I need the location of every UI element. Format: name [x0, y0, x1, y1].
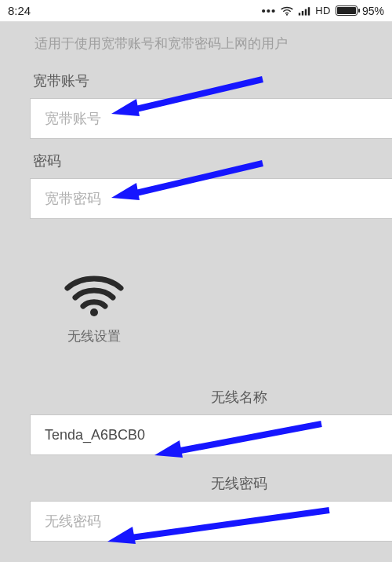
hd-indicator: HD: [315, 5, 331, 16]
hint-text: 适用于使用宽带账号和宽带密码上网的用户: [0, 27, 392, 59]
more-dots-icon: •••: [261, 4, 276, 17]
broadband-account-label: 宽带账号: [0, 67, 392, 98]
broadband-account-input[interactable]: [45, 111, 378, 127]
signal-icon: [298, 6, 310, 16]
wifi-status-icon: [281, 6, 293, 16]
wifi-icon: [63, 276, 125, 316]
status-time: 8:24: [8, 4, 31, 17]
wifi-section-label: 无线设置: [67, 327, 121, 345]
broadband-password-input[interactable]: [45, 191, 378, 207]
battery-percent: 95%: [362, 5, 384, 17]
broadband-account-input-wrap[interactable]: [30, 98, 392, 139]
wifi-settings-section: 无线设置: [0, 276, 392, 345]
wifi-name-label: 无线名称: [0, 383, 392, 414]
battery-icon: [336, 5, 358, 16]
svg-rect-2: [302, 11, 303, 16]
broadband-password-label: 密码: [0, 147, 392, 178]
svg-rect-3: [305, 9, 307, 15]
svg-rect-4: [308, 7, 310, 15]
svg-point-5: [90, 308, 98, 316]
svg-rect-1: [299, 13, 300, 15]
wifi-name-input-wrap[interactable]: [30, 414, 392, 455]
svg-point-0: [286, 13, 288, 15]
wifi-name-input[interactable]: [45, 427, 378, 443]
status-bar: 8:24 ••• HD 95%: [0, 0, 392, 22]
wifi-password-input-wrap[interactable]: [30, 501, 392, 542]
wifi-password-input[interactable]: [45, 513, 378, 530]
broadband-password-input-wrap[interactable]: [30, 178, 392, 219]
wifi-password-label: 无线密码: [0, 469, 392, 501]
